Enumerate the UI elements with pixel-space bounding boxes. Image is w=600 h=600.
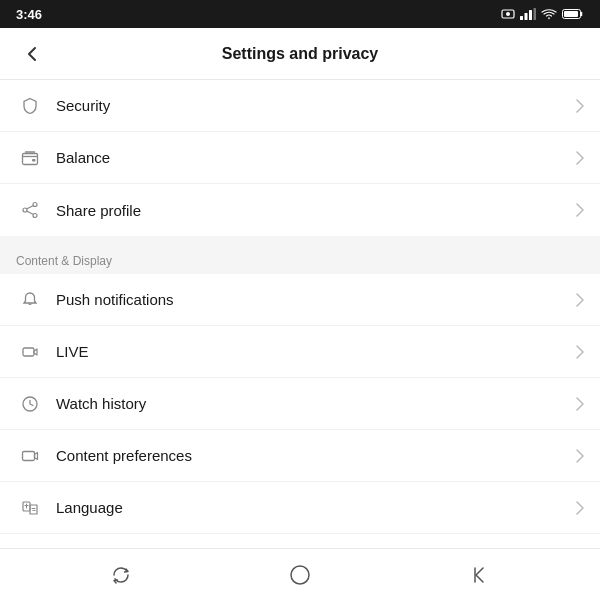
signal-icon [520,8,536,20]
menu-item-watch-history[interactable]: Watch history [0,378,600,430]
watch-history-label: Watch history [56,395,576,412]
balance-chevron [576,151,584,165]
status-icons [501,7,584,21]
live-icon [16,338,44,366]
back-nav-button[interactable] [459,555,499,595]
svg-point-1 [506,12,510,16]
menu-item-balance[interactable]: Balance [0,132,600,184]
header-title: Settings and privacy [48,45,552,63]
shield-icon [16,92,44,120]
clock-icon [16,390,44,418]
wallet-icon [16,144,44,172]
svg-rect-17 [23,451,35,460]
svg-rect-7 [564,11,578,17]
svg-rect-9 [32,159,36,162]
svg-rect-4 [529,10,532,20]
screen-time-icon [16,546,44,549]
back-button[interactable] [16,38,48,70]
language-chevron [576,501,584,515]
language-icon [16,494,44,522]
menu-item-share-profile[interactable]: Share profile [0,184,600,236]
content-display-section: Push notifications LIVE [0,274,600,548]
security-chevron [576,99,584,113]
content-preferences-chevron [576,449,584,463]
svg-rect-8 [23,153,38,164]
language-label: Language [56,499,576,516]
share-icon [16,196,44,224]
menu-item-content-preferences[interactable]: Content preferences [0,430,600,482]
svg-rect-15 [23,348,34,356]
push-notifications-label: Push notifications [56,291,576,308]
menu-item-security[interactable]: Security [0,80,600,132]
svg-rect-2 [520,16,523,20]
refresh-button[interactable] [101,555,141,595]
svg-point-12 [23,208,27,212]
bell-icon [16,286,44,314]
menu-item-language[interactable]: Language [0,482,600,534]
svg-point-11 [33,214,37,218]
header: Settings and privacy [0,28,600,80]
svg-rect-5 [534,8,537,20]
content-preferences-label: Content preferences [56,447,576,464]
menu-item-live[interactable]: LIVE [0,326,600,378]
push-notifications-chevron [576,293,584,307]
bottom-nav [0,548,600,600]
status-bar: 3:46 [0,0,600,28]
content-area: Security Balance [0,80,600,548]
svg-line-13 [27,206,33,209]
photo-icon [501,7,515,21]
svg-rect-3 [525,13,528,20]
live-label: LIVE [56,343,576,360]
share-profile-chevron [576,203,584,217]
svg-point-10 [33,203,37,207]
video-icon [16,442,44,470]
status-time: 3:46 [16,7,42,22]
account-section: Security Balance [0,80,600,236]
svg-line-14 [27,211,33,214]
wifi-icon [541,8,557,20]
share-profile-label: Share profile [56,202,576,219]
live-chevron [576,345,584,359]
phone-screen: 3:46 [0,0,600,600]
content-display-header-bg: Content & Display [0,244,600,274]
battery-icon [562,8,584,20]
watch-history-chevron [576,397,584,411]
menu-item-screen-time[interactable]: Screen time [0,534,600,548]
menu-item-push-notifications[interactable]: Push notifications [0,274,600,326]
security-label: Security [56,97,576,114]
balance-label: Balance [56,149,576,166]
svg-point-24 [291,566,309,584]
content-display-section-header: Content & Display [0,244,600,274]
home-button[interactable] [280,555,320,595]
